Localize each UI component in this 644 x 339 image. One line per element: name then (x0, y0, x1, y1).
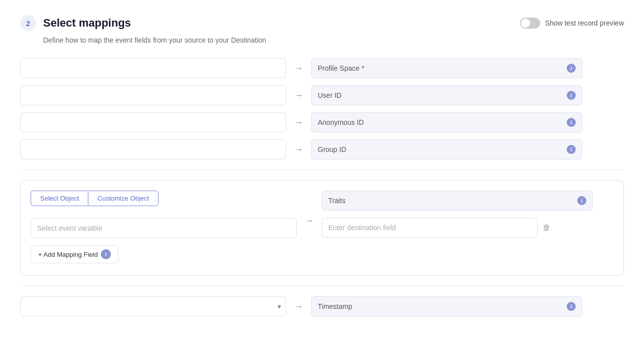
destination-label-timestamp: Timestamp (318, 302, 352, 310)
arrow-icon-user-id: → (294, 90, 303, 101)
show-test-row: Show test record preview (520, 18, 624, 29)
header-row: 2 Select mappings Show test record previ… (20, 15, 624, 31)
destination-field-traits: Traits i (322, 191, 593, 211)
sub-mapping-row (31, 218, 297, 238)
destination-label-profile-space: Profile Space * (318, 64, 364, 72)
arrow-icon-group-id: → (294, 144, 303, 155)
arrow-icon-profile-space: → (294, 63, 303, 74)
trash-icon[interactable]: 🗑 (543, 223, 551, 232)
mapping-row-anonymous-id: → Anonymous ID i (20, 112, 624, 132)
page-title: Select mappings (43, 17, 131, 30)
mappings-container: → Profile Space * i → User ID i → Anonym… (20, 58, 624, 316)
source-input-anonymous-id[interactable] (20, 112, 286, 132)
destination-field-group-id: Group ID i (311, 139, 582, 159)
tab-customize-object[interactable]: Customize Object (88, 191, 159, 206)
destination-field-anonymous-id: Anonymous ID i (311, 112, 582, 132)
tab-group: Select Object Customize Object (31, 191, 297, 206)
mapping-row-group-id: → Group ID i (20, 139, 624, 159)
destination-field-user-id: User ID i (311, 85, 582, 105)
arrow-icon-anonymous-id: → (294, 117, 303, 128)
info-icon-profile-space[interactable]: i (567, 64, 576, 73)
object-section: Select Object Customize Object + Add Map… (20, 180, 624, 276)
destination-label-group-id: Group ID (318, 145, 346, 153)
tab-select-object[interactable]: Select Object (31, 191, 88, 206)
info-icon-anonymous-id[interactable]: i (567, 118, 576, 127)
info-icon-timestamp[interactable]: i (567, 302, 576, 311)
select-wrapper-timestamp: ▾ (20, 296, 286, 316)
source-input-user-id[interactable] (20, 85, 286, 105)
mapping-row-profile-space: → Profile Space * i (20, 58, 624, 78)
info-icon-group-id[interactable]: i (567, 145, 576, 154)
add-mapping-label: + Add Mapping Field (38, 251, 98, 258)
destination-label-user-id: User ID (318, 91, 341, 99)
arrow-icon-traits: → (305, 216, 314, 226)
info-icon-user-id[interactable]: i (567, 91, 576, 100)
destination-field-profile-space: Profile Space * i (311, 58, 582, 78)
dest-field-input[interactable] (322, 218, 538, 238)
source-input-group-id[interactable] (20, 139, 286, 159)
subtitle: Define how to map the event fields from … (43, 36, 624, 44)
title-group: 2 Select mappings (20, 15, 131, 31)
mapping-row-user-id: → User ID i (20, 85, 624, 105)
destination-label-traits: Traits (328, 197, 345, 205)
select-timestamp[interactable] (20, 296, 286, 316)
toggle-show-test[interactable] (520, 18, 540, 29)
destination-field-timestamp: Timestamp i (311, 296, 582, 316)
step-badge: 2 (20, 15, 36, 31)
show-test-label: Show test record preview (545, 19, 624, 27)
add-mapping-button[interactable]: + Add Mapping Field i (31, 245, 118, 263)
source-input-profile-space[interactable] (20, 58, 286, 78)
arrow-icon-timestamp: → (294, 301, 303, 312)
info-icon-traits[interactable]: i (577, 196, 586, 205)
divider-2 (20, 286, 624, 286)
sub-source-input[interactable] (31, 218, 297, 238)
divider-1 (20, 169, 624, 170)
page-container: 2 Select mappings Show test record previ… (0, 0, 644, 339)
mapping-row-timestamp: ▾ → Timestamp i (20, 296, 624, 316)
info-icon-add-mapping[interactable]: i (101, 249, 111, 259)
destination-label-anonymous-id: Anonymous ID (318, 118, 364, 126)
dest-input-row: 🗑 (322, 218, 593, 238)
